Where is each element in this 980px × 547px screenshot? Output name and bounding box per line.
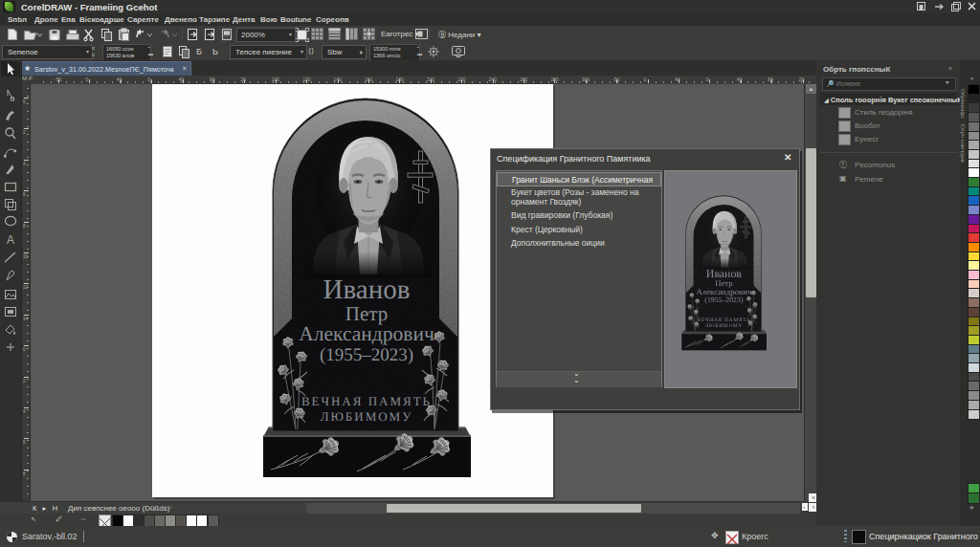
svg-text:A: A [7,233,14,247]
